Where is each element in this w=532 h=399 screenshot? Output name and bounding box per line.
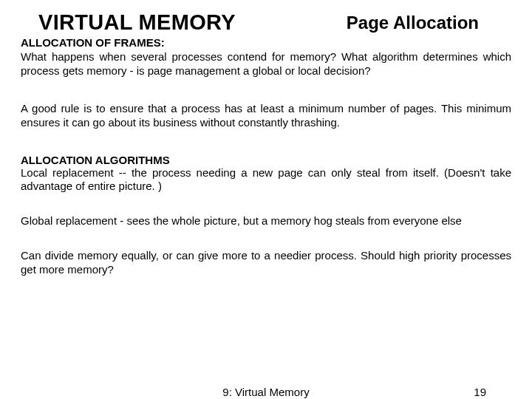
header-row: VIRTUAL MEMORY Page Allocation xyxy=(21,10,511,35)
paragraph-divide-memory: Can divide memory equally, or can give m… xyxy=(21,249,511,277)
footer-page-number: 19 xyxy=(474,386,486,398)
slide-title-right: Page Allocation xyxy=(347,13,511,33)
slide: VIRTUAL MEMORY Page Allocation ALLOCATIO… xyxy=(0,0,532,399)
paragraph-local-replacement: Local replacement -- the process needing… xyxy=(21,166,511,194)
subheading-allocation-algorithms: ALLOCATION ALGORITHMS xyxy=(21,154,511,166)
paragraph-global-replacement: Global replacement - sees the whole pict… xyxy=(21,214,511,228)
paragraph-min-pages: A good rule is to ensure that a process … xyxy=(21,102,511,130)
paragraph-intro: What happens when several processes cont… xyxy=(21,50,511,78)
subheading-allocation-frames: ALLOCATION OF FRAMES: xyxy=(21,36,511,49)
footer-chapter: 9: Virtual Memory xyxy=(222,386,309,398)
slide-title-left: VIRTUAL MEMORY xyxy=(21,10,236,35)
